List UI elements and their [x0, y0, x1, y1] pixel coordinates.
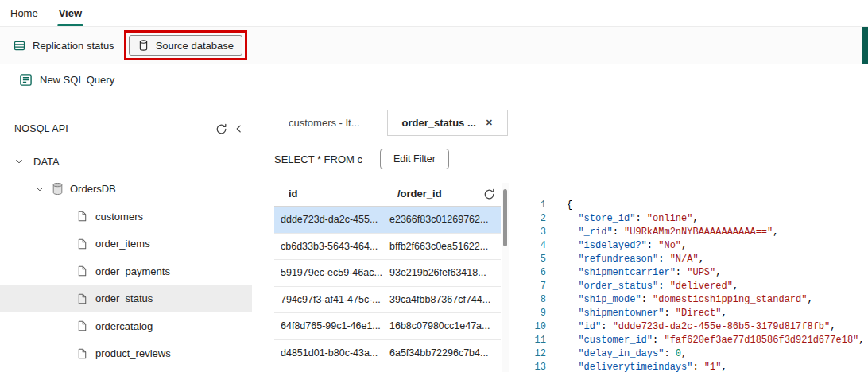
tab-label: order_status ... [402, 117, 476, 129]
tab-customers-it[interactable]: customers - It... [274, 110, 374, 136]
file-icon [76, 347, 88, 360]
tree-item-customers[interactable]: customers [0, 203, 252, 231]
line-number: 12 [515, 347, 567, 361]
line-number: 10 [515, 320, 567, 334]
tab-order-status[interactable]: order_status ...✕ [387, 110, 508, 136]
tree-item-product-reviews[interactable]: product_reviews [0, 340, 252, 368]
json-line-content: "deliverytimeindays": "1", [567, 361, 727, 372]
table-cell: 6a5f34bb72296c7b4... [383, 347, 492, 358]
json-line-content: "_rid": "U9RkAMm2nNYBAAAAAAAAAA==", [567, 226, 778, 239]
line-number: 6 [515, 266, 567, 280]
json-line: 2 "store_id": "online", [515, 212, 868, 226]
json-line: 3 "_rid": "U9RkAMm2nNYBAAAAAAAAAA==", [515, 226, 868, 239]
table-row[interactable]: cb6d33b3-5643-464...bffb2f663c0ea51622..… [274, 234, 501, 261]
toolbar-edge-accent [862, 27, 868, 64]
json-line-content: "delay_in_days": 0, [567, 347, 687, 361]
menu-item-view[interactable]: View [57, 0, 83, 26]
menu-item-home[interactable]: Home [9, 0, 40, 26]
tree-item-order-items[interactable]: order_items [0, 231, 252, 258]
table-row[interactable]: d4851d01-b80c-43a...6a5f34bb72296c7b4... [274, 340, 501, 367]
table-row[interactable]: 64f8d765-99c1-46e1...16b8c07980cc1e47a..… [274, 313, 501, 340]
table-cell: 794c97f3-af41-475c-... [274, 294, 383, 305]
tree-item-ordersdb[interactable]: OrdersDB [0, 176, 252, 203]
replication-status-button[interactable]: Replication status [5, 27, 122, 64]
menu-item-label: Home [10, 7, 38, 19]
table-cell: 39ca4fbb87367cf744... [383, 294, 492, 305]
close-icon[interactable]: ✕ [486, 118, 493, 127]
tree-item-label: order_items [95, 238, 150, 250]
scrollbar[interactable] [502, 183, 509, 372]
json-line-content: "refundreason": "N/A", [567, 253, 704, 266]
collection-list: customersorder_itemsorder_paymentsorder_… [0, 203, 252, 367]
table-cell: bffb2f663c0ea51622... [383, 241, 492, 252]
tree-item-data[interactable]: DATA [0, 148, 252, 176]
json-line: 8 "ship_mode": "domesticshipping_standar… [515, 293, 868, 307]
column-header-order-id[interactable]: /order_id [383, 188, 471, 200]
tab-strip: customers - It...order_status ...✕ [252, 110, 508, 136]
chevron-down-icon[interactable] [33, 183, 46, 196]
table-body: ddde723d-da2c-455...e2366f83c01269762...… [274, 207, 501, 372]
replication-status-label: Replication status [33, 40, 114, 52]
json-line-content: "ship_mode": "domesticshipping_standard"… [567, 293, 813, 307]
table-row[interactable]: 794c97f3-af41-475c-...39ca4fbb87367cf744… [274, 287, 501, 314]
line-number: 9 [515, 307, 567, 320]
json-line-content: { [567, 199, 572, 212]
collapse-panel-icon[interactable] [230, 121, 247, 137]
tree-item-label: customers [95, 211, 143, 223]
results-table: id /order_id ddde723d-da2c-455...e2366f8… [274, 181, 501, 372]
json-line: 13 "deliverytimeindays": "1", [515, 361, 868, 372]
database-icon [51, 182, 64, 196]
tree-item-ordercatalog[interactable]: ordercatalog [0, 312, 252, 340]
table-row[interactable]: 1313fb3fb4769...10b1838443f9f44f... [274, 366, 501, 372]
tree-item-label: order_status [95, 293, 153, 304]
table-cell: 591979ec-ec59-46ac... [274, 267, 383, 278]
json-line: 5 "refundreason": "N/A", [515, 253, 868, 266]
edit-filter-button[interactable]: Edit Filter [380, 149, 449, 169]
json-line: 7 "order_status": "delivered", [515, 280, 868, 293]
table-header: id /order_id [274, 181, 501, 207]
new-sql-query-icon [19, 73, 33, 87]
chevron-down-icon[interactable] [13, 155, 25, 168]
tab-label: customers - It... [289, 117, 360, 129]
json-line-content: "shipmentcarrier": "UPS", [567, 266, 721, 280]
tree-item-order-payments[interactable]: order_payments [0, 258, 252, 285]
replication-status-icon [13, 40, 26, 52]
database-tree: DATA OrdersDB customersorder_itemsorder_… [0, 148, 252, 367]
table-row[interactable]: ddde723d-da2c-455...e2366f83c01269762... [274, 207, 501, 234]
table-row[interactable]: 591979ec-ec59-46ac...93e219b26fef63418..… [274, 260, 501, 287]
line-number: 7 [515, 280, 567, 293]
file-icon [76, 210, 88, 223]
json-document-viewer: 1{2 "store_id": "online",3 "_rid": "U9Rk… [515, 181, 868, 372]
json-line-content: "id": "ddde723d-da2c-455e-86b5-3179d817f… [567, 320, 835, 334]
line-number: 13 [515, 361, 567, 372]
file-icon [76, 320, 88, 332]
json-line: 9 "shipmentowner": "Direct", [515, 307, 868, 320]
tree-item-label: product_reviews [95, 347, 171, 359]
json-line-content: "order_status": "delivered", [567, 280, 738, 293]
line-number: 3 [515, 226, 567, 239]
json-line: 1{ [515, 199, 868, 212]
database-icon [138, 39, 149, 52]
table-cell: 64f8d765-99c1-46e1... [274, 320, 383, 331]
sidebar-header: NOSQL API [14, 121, 247, 137]
sidebar-title: NOSQL API [14, 123, 212, 134]
line-number: 2 [515, 212, 567, 226]
line-number: 1 [515, 199, 567, 212]
tree-item-label: OrdersDB [70, 183, 116, 195]
refresh-icon[interactable] [480, 186, 498, 202]
sidebar: NOSQL API DATA Order [0, 95, 252, 372]
table-cell: cb6d33b3-5643-464... [274, 241, 383, 252]
new-sql-query-label: New SQL Query [40, 74, 114, 86]
json-line: 10 "id": "ddde723d-da2c-455e-86b5-3179d8… [515, 320, 868, 334]
line-number: 5 [515, 253, 567, 266]
line-number: 4 [515, 239, 567, 253]
source-database-button[interactable]: Source database [129, 35, 242, 56]
new-sql-query-button[interactable]: New SQL Query [0, 65, 868, 95]
refresh-icon[interactable] [212, 121, 230, 137]
tree-item-order-status[interactable]: order_status [0, 285, 252, 313]
scrollbar-thumb[interactable] [503, 189, 507, 246]
column-header-id[interactable]: id [274, 188, 383, 200]
json-line: 11 "customer_id": "faf620ef3ae77d18586f3… [515, 334, 868, 347]
tree-item-label: ordercatalog [95, 320, 153, 332]
source-database-label: Source database [156, 40, 234, 52]
